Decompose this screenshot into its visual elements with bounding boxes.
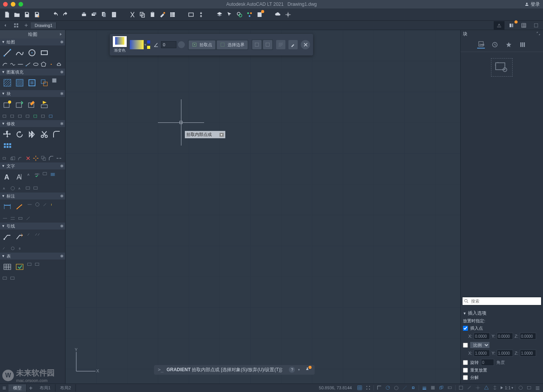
gradient-tool[interactable] (14, 77, 25, 89)
publish-icon[interactable] (110, 11, 118, 18)
palette-tool-1[interactable] (494, 21, 504, 30)
ellipse-tool[interactable] (32, 61, 39, 68)
minimize-window-button[interactable] (11, 2, 15, 7)
insertion-point-checkbox[interactable] (463, 326, 468, 331)
xref-icon[interactable] (246, 11, 253, 18)
chamfer-tool[interactable] (48, 155, 55, 162)
settings-icon[interactable] (284, 11, 292, 18)
mleader-tool[interactable] (2, 231, 13, 243)
erase-tool[interactable] (25, 155, 32, 162)
text-style-tool[interactable]: A (26, 171, 33, 178)
block-sub-2[interactable] (9, 112, 16, 119)
hatch-option-2[interactable] (263, 40, 272, 49)
table-sub-3[interactable] (2, 275, 8, 282)
arc-tool[interactable] (2, 61, 8, 68)
tab-current-drawing[interactable]: DWG (477, 41, 485, 49)
find-text-tool[interactable] (42, 171, 49, 178)
dim-sub-6[interactable] (9, 215, 16, 222)
tab-libraries[interactable] (519, 41, 526, 49)
layout2-tab[interactable]: 布局2 (55, 384, 76, 392)
start-tab-icon[interactable] (11, 23, 22, 28)
snap-mode-icon[interactable] (364, 384, 372, 392)
dim-sub-3[interactable] (42, 201, 49, 208)
insert-y-input[interactable] (497, 333, 513, 340)
scale-tool[interactable] (9, 155, 16, 162)
undo-icon[interactable] (52, 11, 59, 18)
dim-sub-8[interactable] (25, 215, 32, 222)
ortho-mode-icon[interactable] (375, 384, 383, 392)
block-search-input[interactable] (462, 297, 541, 305)
save-icon[interactable] (23, 11, 31, 18)
section-draw[interactable]: ▼绘图✱ (0, 39, 65, 45)
section-block[interactable]: ▼块✱ (0, 90, 65, 97)
add-layout-button[interactable]: + (27, 385, 35, 392)
line-tool[interactable] (2, 47, 13, 59)
text-sub-2[interactable] (9, 185, 16, 192)
field-tool[interactable] (49, 171, 56, 178)
dynamic-input-icon[interactable] (446, 384, 454, 392)
collapse-left-icon[interactable] (0, 23, 11, 28)
array-tool[interactable] (2, 141, 13, 152)
section-dimension[interactable]: ▼标注✱ (0, 193, 65, 199)
select-boundary-button[interactable]: 选择边界 (217, 40, 248, 49)
trim-tool[interactable] (39, 129, 50, 140)
section-table[interactable]: ▼表✱ (0, 253, 65, 260)
dim-sub-4[interactable]: I (49, 201, 56, 208)
linear-dim-tool[interactable] (2, 201, 13, 213)
leader-sub-3[interactable] (2, 245, 8, 252)
osnap-tracking-icon[interactable] (401, 384, 409, 392)
new-file-icon[interactable] (3, 11, 11, 18)
units-icon[interactable] (466, 384, 473, 392)
paste-icon[interactable] (149, 11, 156, 18)
grid-mode-icon[interactable] (356, 384, 364, 392)
gear-icon[interactable]: ✱ (60, 91, 64, 96)
group-icon[interactable] (236, 11, 243, 18)
block-sub-6[interactable] (40, 112, 47, 119)
app-store-icon[interactable] (256, 11, 263, 18)
close-toolbar-button[interactable]: ✕ (301, 40, 310, 49)
scale-dropdown[interactable]: 比例 (470, 342, 489, 348)
lineweight-icon[interactable] (421, 384, 428, 392)
angle-dial[interactable] (178, 41, 185, 48)
layout-list-icon[interactable]: ≡ (0, 385, 8, 392)
hardware-acceleration-icon[interactable] (517, 384, 525, 392)
text-sub-3[interactable]: A (17, 185, 24, 192)
aligned-dim-tool[interactable] (14, 201, 25, 213)
construction-line-tool[interactable] (17, 61, 24, 68)
scale-checkbox[interactable] (463, 343, 468, 348)
transparency-icon[interactable] (429, 384, 437, 392)
block-sub-1[interactable] (2, 112, 8, 119)
revision-cloud-tool[interactable] (55, 61, 62, 68)
gradient-dropdown-icon[interactable]: ▾ (144, 43, 146, 47)
block-sub-7[interactable] (48, 112, 55, 119)
block-sub-4[interactable] (25, 112, 32, 119)
page-setup-icon[interactable] (100, 11, 108, 18)
rotation-input[interactable] (481, 359, 494, 366)
annotation-scale-icon[interactable] (491, 384, 499, 392)
open-file-icon[interactable] (13, 11, 21, 18)
tab-favorites[interactable] (505, 41, 513, 49)
hatch-pattern-icon[interactable] (276, 40, 285, 49)
clean-screen-icon[interactable] (525, 384, 533, 392)
mirror-tool[interactable] (26, 129, 38, 140)
gear-icon[interactable]: ✱ (60, 194, 64, 199)
repeat-checkbox[interactable] (463, 368, 468, 373)
copy-tool[interactable] (40, 155, 47, 162)
save-as-icon[interactable] (33, 11, 41, 18)
region-tool[interactable] (39, 77, 50, 89)
polar-tracking-icon[interactable] (384, 384, 392, 392)
leader-sub-4[interactable] (9, 245, 16, 252)
palette-tool-3[interactable] (518, 21, 529, 30)
gradient-color-picker[interactable] (130, 40, 144, 49)
isodraft-icon[interactable] (392, 384, 400, 392)
explode-checkbox[interactable] (463, 375, 468, 380)
data-link-tool[interactable] (14, 261, 25, 273)
section-leader[interactable]: ▼引线✱ (0, 223, 65, 230)
scale-z-input[interactable] (520, 350, 536, 357)
insert-options-header[interactable]: ▼插入选项 (463, 310, 541, 317)
leader-align-tool[interactable] (14, 231, 25, 243)
batch-plot-icon[interactable] (90, 11, 98, 18)
block-thumbnail[interactable] (491, 58, 513, 77)
plot-icon[interactable] (80, 11, 88, 18)
tab-recent[interactable] (491, 41, 499, 49)
